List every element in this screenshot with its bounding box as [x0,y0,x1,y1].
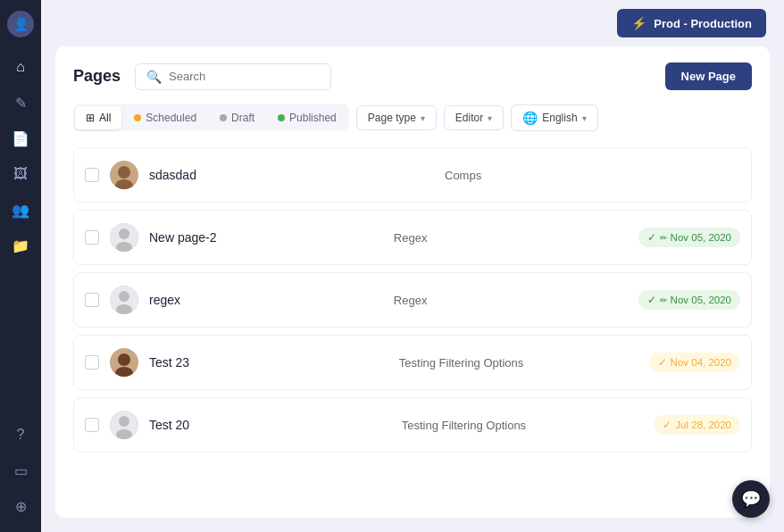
row-status: ✓ ✏ Nov 05, 2020 [638,228,740,247]
row-checkbox[interactable] [85,293,99,307]
page-title: Pages [73,67,121,86]
svg-point-10 [118,353,130,366]
language-label: English [542,112,577,124]
table-row[interactable]: sdasdad Comps [73,147,752,203]
avatar-icon: 👤 [13,17,29,31]
search-icon: 🔍 [146,70,162,84]
row-status: ✓ ✏ Nov 05, 2020 [638,290,740,310]
avatar [110,348,138,377]
sidebar-item-settings[interactable]: ▭ [5,455,36,486]
page-name: New page-2 [149,230,394,245]
row-checkbox[interactable] [85,230,99,245]
sidebar: 👤 ⌂ ✎ 📄 🖼 👥 📁 ? ▭ ⊕ [0,0,41,532]
avatar [110,161,138,189]
row-checkbox[interactable] [85,418,99,432]
search-input[interactable] [169,70,320,83]
page-type-value: Comps [445,169,740,182]
status-date-text: Jul 28, 2020 [675,420,731,430]
topbar: ⚡ Prod - Production [41,0,784,46]
filter-scheduled-label: Scheduled [146,112,196,124]
editor-dropdown[interactable]: Editor ▾ [444,105,504,130]
svg-point-1 [118,166,130,179]
row-checkbox[interactable] [85,355,99,370]
filter-published-label: Published [289,112,337,124]
sidebar-item-media[interactable]: 🖼 [5,159,36,189]
status-badge: ✓ ✏ Nov 05, 2020 [638,228,740,247]
editor-chevron: ▾ [488,113,492,123]
page-type-value: Regex [394,294,638,307]
row-status: ✓ Jul 28, 2020 [654,415,740,435]
status-badge: ✓ ✏ Nov 05, 2020 [638,290,740,310]
check-icon: ✓ [647,231,656,244]
pages-list: sdasdad Comps New page-2 Regex ✓ ✏ Nov 0… [73,147,752,453]
status-badge: ✓ Nov 04, 2020 [649,353,740,372]
prod-production-button[interactable]: ⚡ Prod - Production [617,9,766,37]
page-type-dropdown[interactable]: Page type ▾ [356,105,437,130]
language-dropdown[interactable]: 🌐 English ▾ [511,104,597,131]
page-type-value: Testing Filtering Options [399,356,649,370]
page-name: regex [149,293,394,307]
prod-icon: ⚡ [631,16,646,30]
check-icon: ✓ [658,356,667,369]
pages-header: Pages 🔍 New Page [73,62,752,90]
scheduled-dot [134,114,141,121]
edit-icon: ✏ [660,295,667,305]
filter-draft-label: Draft [231,112,254,124]
row-checkbox[interactable] [85,168,99,182]
page-type-value: Regex [394,231,638,245]
page-name: Test 23 [149,355,399,370]
page-name: Test 20 [149,418,402,432]
language-chevron: ▾ [582,113,587,123]
sidebar-item-blog[interactable]: ✎ [5,87,36,118]
status-date-text: Nov 05, 2020 [671,232,731,243]
filter-draft[interactable]: Draft [209,106,265,129]
table-row[interactable]: regex Regex ✓ ✏ Nov 05, 2020 [73,272,752,328]
all-icon: ⊞ [86,112,95,124]
page-type-chevron: ▾ [421,113,425,123]
filter-all[interactable]: ⊞ All [75,106,121,129]
pages-title-row: Pages 🔍 [73,63,331,90]
row-status: ✓ Nov 04, 2020 [649,353,740,372]
draft-dot [220,114,227,121]
sidebar-item-help[interactable]: ? [5,420,36,450]
check-icon: ✓ [647,294,656,306]
status-date-text: Nov 04, 2020 [671,357,731,368]
avatar [110,286,138,314]
check-icon: ✓ [663,419,671,431]
svg-point-13 [119,416,129,427]
page-name: sdasdad [149,168,445,182]
status-filter-group: ⊞ All Scheduled Draft Published [73,104,349,131]
svg-point-7 [119,291,129,302]
sidebar-item-home[interactable]: ⌂ [5,52,36,82]
page-type-label: Page type [368,112,416,124]
filter-published[interactable]: Published [267,106,347,129]
status-date-text: Nov 05, 2020 [671,295,731,305]
editor-label: Editor [455,112,483,124]
content-area: Pages 🔍 New Page ⊞ All Scheduled [55,46,770,518]
filter-bar: ⊞ All Scheduled Draft Published Page typ… [73,104,752,131]
search-wrapper: 🔍 [135,63,331,90]
avatar [110,223,138,252]
filter-all-label: All [99,112,111,124]
status-badge: ✓ Jul 28, 2020 [654,415,740,435]
user-avatar[interactable]: 👤 [7,11,34,37]
avatar [110,411,138,439]
sidebar-item-folders[interactable]: 📁 [5,230,36,261]
published-dot [278,114,285,121]
table-row[interactable]: New page-2 Regex ✓ ✏ Nov 05, 2020 [73,210,752,265]
table-row[interactable]: Test 23 Testing Filtering Options ✓ Nov … [73,335,752,390]
globe-icon: 🌐 [522,111,538,125]
sidebar-item-users[interactable]: 👥 [5,195,36,225]
new-page-button[interactable]: New Page [665,62,752,90]
svg-point-4 [119,229,129,239]
table-row[interactable]: Test 20 Testing Filtering Options ✓ Jul … [73,397,752,453]
edit-icon: ✏ [660,233,667,243]
main-content: ⚡ Prod - Production Pages 🔍 New Page ⊞ A… [41,0,784,532]
page-type-value: Testing Filtering Options [402,419,655,432]
chat-bubble[interactable]: 💬 [732,480,770,518]
filter-scheduled[interactable]: Scheduled [123,106,207,129]
prod-button-label: Prod - Production [654,17,752,30]
sidebar-item-pages[interactable]: 📄 [5,123,36,154]
sidebar-item-more[interactable]: ⊕ [5,491,36,521]
